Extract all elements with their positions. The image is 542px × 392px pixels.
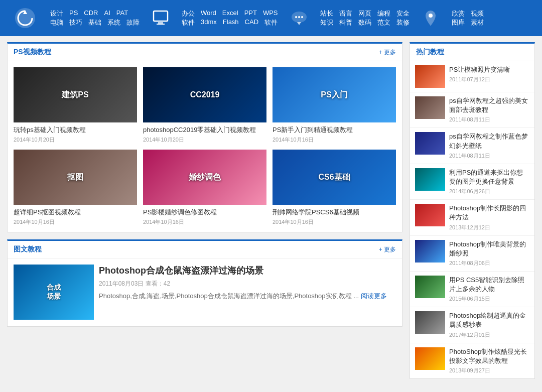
article-section: 图文教程 + 更多 合成场景Photoshop合成仓鼠海盗漂洋过海的场景2011… (7, 239, 402, 327)
hot-thumbnail (415, 65, 445, 88)
hot-item[interactable]: Photoshop制作唯美背景的婚纱照2011年08月06日 (410, 236, 534, 272)
nav-item-jichu[interactable]: 基础 (88, 18, 101, 27)
hot-item-date: 2015年06月15日 (449, 295, 529, 303)
read-more-link[interactable]: 阅读更多 (361, 292, 387, 300)
nav-item-zhuangxiu[interactable]: 装修 (396, 18, 410, 27)
nav-item-zhanzhang[interactable]: 站长 (320, 9, 333, 18)
hot-text-block: PS让模糊照片变清晰2011年07月12日 (449, 65, 529, 83)
video-title: photoshopCC2019零基础入门视频教程 (143, 125, 266, 135)
nav-group-appreciate: 欣赏 视频 图库 素材 (447, 5, 489, 31)
nav-item-ps[interactable]: PS (69, 9, 78, 18)
nav-item-diannao[interactable]: 电脑 (50, 18, 63, 27)
svg-rect-2 (154, 11, 168, 21)
nav-item-xinshang[interactable]: 欣赏 (452, 9, 465, 18)
video-date: 2014年10月16日 (273, 218, 396, 226)
nav-row: 欣赏 视频 (452, 9, 484, 18)
nav-item-word[interactable]: Word (201, 9, 216, 18)
nav-item-ai[interactable]: AI (104, 9, 110, 18)
hot-thumbnail (415, 168, 445, 191)
video-thumbnail: CS6基础 (273, 150, 396, 205)
video-item[interactable]: CC2019photoshopCC2019零基础入门视频教程2014年10月20… (143, 67, 266, 144)
video-item[interactable]: 婚纱调色PS影楼婚纱调色修图教程2014年10月16日 (143, 150, 266, 226)
hot-thumbnail (415, 311, 445, 334)
hot-item[interactable]: 用PS CS5智能识别去除照片上多余的人物2015年06月15日 (410, 272, 534, 307)
hot-item-date: 2011年07月12日 (449, 76, 529, 83)
nav-item-wangye[interactable]: 网页 (358, 9, 371, 18)
hot-item-date: 2011年08月06日 (449, 259, 529, 267)
logo[interactable] (10, 7, 40, 29)
nav-row: 站长 语言 网页 编程 安全 (320, 9, 410, 18)
nav-item-yuyan[interactable]: 语言 (339, 9, 352, 18)
hot-item-title: PS让模糊照片变清晰 (449, 65, 529, 74)
hot-thumbnail (415, 96, 445, 119)
video-thumbnail: 抠图 (14, 150, 137, 205)
hot-item-date: 2017年12月01日 (449, 331, 529, 339)
hot-text-block: 利用PS的通道来抠出你想要的图并更换任意背景2014年06月26日 (449, 168, 529, 195)
nav-item-fanwen[interactable]: 范文 (377, 18, 390, 27)
nav-item-ppt[interactable]: PPT (244, 9, 257, 18)
video-item[interactable]: 抠图超详细PS抠图视频教程2014年10月16日 (14, 150, 137, 226)
nav-item-cdr[interactable]: CDR (84, 9, 98, 18)
hot-item-date: 2013年12月12日 (449, 224, 529, 231)
nav-item-shipin[interactable]: 视频 (471, 9, 484, 18)
video-date: 2014年10月20日 (14, 136, 137, 144)
nav-item-tuku[interactable]: 图库 (452, 18, 465, 27)
nav-item-ruanjian2[interactable]: 软件 (264, 18, 278, 27)
nav-item-pat[interactable]: PAT (116, 9, 128, 18)
video-title: 刑帅网络学院PSCS6基础视频 (273, 208, 396, 217)
hot-item-title: 利用PS的通道来抠出你想要的图并更换任意背景 (449, 168, 529, 186)
nav-item-flash[interactable]: Flash (223, 18, 239, 27)
hot-item[interactable]: 利用PS的通道来抠出你想要的图并更换任意背景2014年06月26日 (410, 164, 534, 200)
nav-item-bangong[interactable]: 办公 (182, 9, 195, 18)
article-list: 合成场景Photoshop合成仓鼠海盗漂洋过海的场景2011年08月03日 查看… (8, 258, 402, 326)
hot-item-date: 2014年06月26日 (449, 188, 529, 195)
location-icon (418, 5, 444, 31)
nav-item-3dmx[interactable]: 3dmx (201, 18, 217, 27)
hot-item[interactable]: ps自学网教程之制作蓝色梦幻斜光壁纸2011年08月11日 (410, 128, 534, 164)
nav-item-biancheng[interactable]: 编程 (377, 9, 390, 18)
hot-text-block: ps自学网教程之超强的美女面部去斑教程2011年08月11日 (449, 96, 529, 123)
article-header: 图文教程 + 更多 (8, 241, 402, 258)
nav-item-anquan[interactable]: 安全 (396, 9, 410, 18)
ps-video-header: PS视频教程 + 更多 (8, 44, 402, 61)
nav-bar: 设计 PS CDR AI PAT 电脑 技巧 基础 系统 故障 (0, 0, 542, 36)
nav-item-wps[interactable]: WPS (263, 9, 278, 18)
hot-item-title: Photoshop制作唯美背景的婚纱照 (449, 240, 529, 258)
nav-item-shuma[interactable]: 数码 (358, 18, 371, 27)
hot-item[interactable]: ps自学网教程之超强的美女面部去斑教程2011年08月11日 (410, 92, 534, 128)
video-title: 超详细PS抠图视频教程 (14, 208, 137, 217)
nav-item-ruanjian[interactable]: 软件 (182, 18, 195, 27)
hot-list: PS让模糊照片变清晰2011年07月12日ps自学网教程之超强的美女面部去斑教程… (410, 61, 534, 378)
main-column: PS视频教程 + 更多 建筑PS玩转ps基础入门视频教程2014年10月20日C… (7, 42, 402, 379)
nav-item-xitong[interactable]: 系统 (107, 18, 120, 27)
article-item[interactable]: 合成场景Photoshop合成仓鼠海盗漂洋过海的场景2011年08月03日 查看… (8, 258, 402, 326)
video-item[interactable]: 建筑PS玩转ps基础入门视频教程2014年10月20日 (14, 67, 137, 144)
hot-item-title: Photoshop制作长阴影的四种方法 (449, 204, 529, 222)
hot-item[interactable]: PhotoShop制作炫酷显光长投影文字效果的教程2013年09月27日 (410, 343, 534, 378)
hot-section: 热门教程 PS让模糊照片变清晰2011年07月12日ps自学网教程之超强的美女面… (410, 42, 535, 379)
video-date: 2014年10月16日 (273, 136, 396, 144)
nav-item-sheji[interactable]: 设计 (50, 9, 63, 18)
video-date: 2014年10月20日 (143, 136, 266, 144)
article-headline[interactable]: Photoshop合成仓鼠海盗漂洋过海的场景 (99, 265, 396, 277)
article-content: Photoshop合成仓鼠海盗漂洋过海的场景2011年08月03日 查看：42P… (99, 265, 396, 320)
nav-row: 办公 Word Excel PPT WPS (182, 9, 278, 18)
hot-item[interactable]: PS让模糊照片变清晰2011年07月12日 (410, 61, 534, 92)
nav-item-cad[interactable]: CAD (245, 18, 258, 27)
nav-item-kepu[interactable]: 科普 (339, 18, 352, 27)
nav-item-guzhang[interactable]: 故障 (126, 18, 140, 27)
sidebar: 热门教程 PS让模糊照片变清晰2011年07月12日ps自学网教程之超强的美女面… (410, 42, 535, 379)
article-meta: 2011年08月03日 查看：42 (99, 280, 396, 288)
hot-item[interactable]: Photoshop绘制超逼真的金属质感秒表2017年12月01日 (410, 307, 534, 343)
ps-video-grid: 建筑PS玩转ps基础入门视频教程2014年10月20日CC2019photosh… (8, 61, 402, 232)
article-more[interactable]: + 更多 (379, 245, 396, 254)
nav-item-sucai[interactable]: 素材 (471, 18, 484, 27)
video-item[interactable]: PS入门PS新手入门到精通视频教程2014年10月16日 (273, 67, 396, 144)
nav-item-excel[interactable]: Excel (222, 9, 238, 18)
nav-item-jiqiao[interactable]: 技巧 (69, 18, 82, 27)
video-thumbnail: 建筑PS (14, 67, 137, 122)
video-item[interactable]: CS6基础刑帅网络学院PSCS6基础视频2014年10月16日 (273, 150, 396, 226)
nav-item-zhishi[interactable]: 知识 (320, 18, 333, 27)
ps-video-more[interactable]: + 更多 (379, 48, 396, 57)
hot-item[interactable]: Photoshop制作长阴影的四种方法2013年12月12日 (410, 200, 534, 235)
